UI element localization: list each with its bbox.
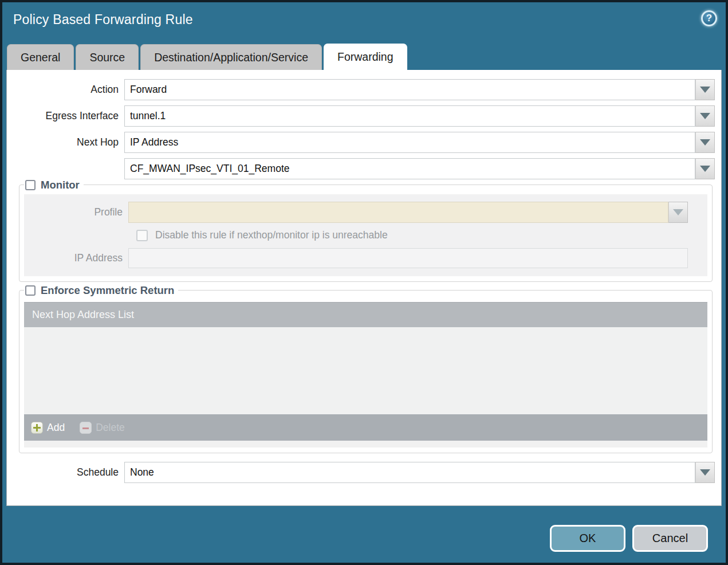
title-bar: Policy Based Forwarding Rule ? (2, 2, 726, 38)
monitor-label: Monitor (41, 179, 80, 191)
chevron-down-icon (700, 113, 710, 119)
action-label: Action (7, 84, 124, 96)
monitor-section: Monitor Profile Disable this rule if nex… (19, 185, 713, 282)
enforce-symmetric-return-section: Enforce Symmetric Return Next Hop Addres… (19, 290, 713, 453)
delete-button-label: Delete (96, 422, 125, 434)
egress-interface-row: Egress Interface (7, 105, 715, 127)
minus-icon (80, 422, 92, 434)
disable-rule-row: Disable this rule if nexthop/monitor ip … (136, 229, 703, 241)
disable-rule-checkbox (136, 230, 148, 241)
pbf-rule-dialog: Policy Based Forwarding Rule ? General S… (0, 0, 728, 565)
monitor-disabled-panel: Profile Disable this rule if nexthop/mon… (24, 194, 707, 276)
next-hop-type-dropdown-button[interactable] (695, 132, 715, 153)
action-row: Action (7, 79, 715, 100)
schedule-dropdown-button[interactable] (695, 462, 715, 483)
tab-general[interactable]: General (7, 44, 74, 70)
next-hop-address-input[interactable] (124, 158, 695, 179)
next-hop-type-input[interactable] (124, 132, 695, 153)
action-dropdown-button[interactable] (695, 79, 715, 100)
tab-destination-application-service[interactable]: Destination/Application/Service (140, 44, 322, 70)
tab-bar: General Source Destination/Application/S… (7, 40, 721, 70)
tab-source[interactable]: Source (76, 44, 139, 70)
dialog-title: Policy Based Forwarding Rule (13, 12, 193, 28)
profile-input (128, 202, 668, 223)
next-hop-row: Next Hop (7, 132, 715, 153)
egress-interface-dropdown-button[interactable] (695, 105, 715, 127)
next-hop-address-list-toolbar: Add Delete (24, 414, 707, 441)
enforce-symmetric-return-legend: Enforce Symmetric Return (24, 284, 178, 297)
delete-button: Delete (80, 422, 125, 434)
chevron-down-icon (673, 209, 683, 215)
chevron-down-icon (700, 469, 710, 476)
add-button-label: Add (47, 422, 65, 434)
monitor-checkbox[interactable] (25, 180, 36, 190)
ok-button[interactable]: OK (550, 525, 625, 552)
next-hop-address-list-table: Next Hop Address List Add Delete (24, 302, 707, 448)
monitor-ip-address-input (128, 248, 688, 268)
forwarding-tab-panel: Action Egress Interface Next Hop (6, 70, 722, 506)
help-icon[interactable]: ? (701, 10, 717, 26)
cancel-button[interactable]: Cancel (632, 525, 708, 552)
next-hop-address-row (7, 158, 715, 179)
chevron-down-icon (700, 166, 710, 172)
enforce-symmetric-return-checkbox[interactable] (25, 285, 36, 296)
egress-interface-label: Egress Interface (7, 110, 124, 122)
schedule-row: Schedule (7, 462, 715, 483)
monitor-ip-address-label: IP Address (29, 252, 128, 264)
schedule-input[interactable] (124, 462, 695, 483)
schedule-label: Schedule (7, 466, 124, 478)
next-hop-address-list-body (24, 327, 707, 414)
next-hop-label: Next Hop (7, 136, 124, 148)
tab-forwarding[interactable]: Forwarding (324, 44, 407, 72)
monitor-ip-address-row: IP Address (29, 248, 688, 268)
disable-rule-label: Disable this rule if nexthop/monitor ip … (155, 229, 388, 241)
next-hop-address-dropdown-button[interactable] (695, 158, 715, 179)
monitor-legend: Monitor (24, 179, 84, 191)
next-hop-address-list-header: Next Hop Address List (24, 302, 707, 327)
table-scrollbar-track[interactable] (24, 441, 707, 448)
chevron-down-icon (700, 87, 710, 93)
egress-interface-input[interactable] (124, 105, 695, 127)
profile-dropdown-button (668, 202, 688, 223)
enforce-symmetric-return-label: Enforce Symmetric Return (41, 284, 174, 297)
add-button[interactable]: Add (31, 422, 65, 434)
plus-icon (31, 422, 43, 434)
profile-row: Profile (29, 202, 688, 223)
chevron-down-icon (700, 139, 710, 146)
action-input[interactable] (124, 79, 695, 100)
profile-label: Profile (29, 206, 128, 218)
